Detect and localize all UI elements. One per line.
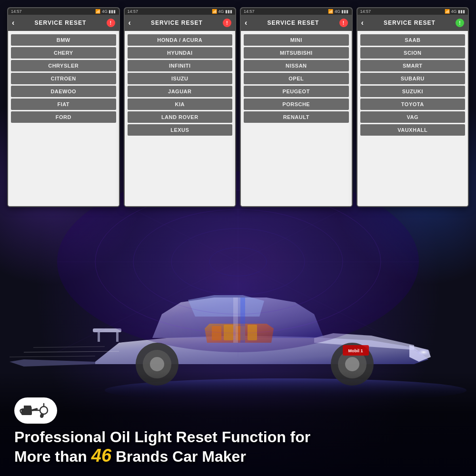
screens-container: 14:57 📶 4G ▮▮▮ ‹ SERVICE RESET ! BMW CHE… xyxy=(7,7,469,207)
screen-2: 14:57 📶 4G ▮▮▮ ‹ SERVICE RESET ! HONDA /… xyxy=(124,7,237,207)
status-bar-1: 14:57 📶 4G ▮▮▮ xyxy=(8,8,119,15)
menu-list-3: MINI MITSUBISHI NISSAN OPEL PEUGEOT PORS… xyxy=(241,31,352,126)
screen-4: 14:57 📶 4G ▮▮▮ ‹ SERVICE RESET ! SAAB SC… xyxy=(357,7,469,207)
menu-item-toyota[interactable]: TOYOTA xyxy=(360,99,466,110)
bottom-section: Professional Oil Light Reset Function fo… xyxy=(0,371,476,476)
header-title-4: SERVICE RESET xyxy=(364,20,456,26)
bottom-line2-suffix: Brands Car Maker xyxy=(111,448,246,465)
screen-body-2: HONDA / ACURA HYUNDAI INFINITI ISUZU JAG… xyxy=(125,31,236,206)
signal-4: 📶 4G ▮▮▮ xyxy=(445,9,465,14)
signal-1: 📶 4G ▮▮▮ xyxy=(95,9,116,14)
menu-item-subaru[interactable]: SUBARU xyxy=(360,73,466,84)
svg-point-17 xyxy=(150,357,164,371)
notification-icon-3: ! xyxy=(339,19,348,27)
menu-item-infiniti[interactable]: INFINITI xyxy=(128,60,233,71)
screen-body-4: SAAB SCION SMART SUBARU SUZUKI TOYOTA VA… xyxy=(357,31,468,206)
menu-item-opel[interactable]: OPEL xyxy=(244,73,349,84)
header-1: ‹ SERVICE RESET ! xyxy=(8,15,119,31)
menu-item-scion[interactable]: SCION xyxy=(360,47,466,59)
bottom-highlight: 46 xyxy=(91,446,111,466)
menu-item-kia[interactable]: KIA xyxy=(128,99,233,110)
screen-body-3: MINI MITSUBISHI NISSAN OPEL PEUGEOT PORS… xyxy=(241,31,352,206)
menu-list-1: BMW CHERY CHRYSLER CITROEN DAEWOO FIAT F… xyxy=(8,31,119,126)
header-title-1: SERVICE RESET xyxy=(14,20,106,26)
time-1: 14:57 xyxy=(11,9,22,14)
status-bar-3: 14:57 📶 4G ▮▮▮ xyxy=(241,8,352,15)
menu-item-lexus[interactable]: LEXUS xyxy=(128,124,233,136)
oil-icon-container xyxy=(14,397,57,424)
status-bar-4: 14:57 📶 4G ▮▮▮ xyxy=(357,8,468,15)
menu-item-chrysler[interactable]: CHRYSLER xyxy=(11,60,116,71)
notification-icon-1: ! xyxy=(107,19,115,27)
bottom-line2-prefix: More than xyxy=(14,448,91,465)
menu-item-renault[interactable]: RENAULT xyxy=(244,111,349,123)
menu-item-peugeot[interactable]: PEUGEOT xyxy=(244,86,349,97)
svg-point-33 xyxy=(40,407,48,414)
status-bar-2: 14:57 📶 4G ▮▮▮ xyxy=(125,8,236,15)
svg-rect-34 xyxy=(21,408,32,415)
menu-item-isuzu[interactable]: ISUZU xyxy=(128,73,233,84)
menu-item-citroen[interactable]: CITROEN xyxy=(11,73,116,84)
menu-item-smart[interactable]: SMART xyxy=(360,60,466,71)
time-4: 14:57 xyxy=(360,9,371,14)
menu-item-daewoo[interactable]: DAEWOO xyxy=(11,86,116,97)
screen-body-1: BMW CHERY CHRYSLER CITROEN DAEWOO FIAT F… xyxy=(8,31,119,206)
menu-item-mitsubishi[interactable]: MITSUBISHI xyxy=(244,47,349,59)
header-3: ‹ SERVICE RESET ! xyxy=(241,15,352,31)
menu-item-porsche[interactable]: PORSCHE xyxy=(244,99,349,110)
header-title-3: SERVICE RESET xyxy=(247,20,339,26)
svg-point-20 xyxy=(345,357,359,371)
bottom-line1: Professional Oil Light Reset Function fo… xyxy=(14,428,310,446)
menu-list-2: HONDA / ACURA HYUNDAI INFINITI ISUZU JAG… xyxy=(125,31,236,139)
menu-item-land-rover[interactable]: LAND ROVER xyxy=(128,111,233,123)
notification-icon-2: ! xyxy=(223,19,231,27)
menu-item-saab[interactable]: SAAB xyxy=(360,34,466,46)
header-2: ‹ SERVICE RESET ! xyxy=(125,15,236,31)
screen-3: 14:57 📶 4G ▮▮▮ ‹ SERVICE RESET ! MINI MI… xyxy=(240,7,353,207)
menu-item-suzuki[interactable]: SUZUKI xyxy=(360,86,466,97)
signal-2: 📶 4G ▮▮▮ xyxy=(212,9,232,14)
time-3: 14:57 xyxy=(244,9,255,14)
time-2: 14:57 xyxy=(128,9,139,14)
header-4: ‹ SERVICE RESET ! xyxy=(357,15,468,31)
signal-3: 📶 4G ▮▮▮ xyxy=(328,9,348,14)
menu-item-ford[interactable]: FORD xyxy=(11,111,116,123)
menu-item-hyundai[interactable]: HYUNDAI xyxy=(128,47,233,59)
menu-item-mini[interactable]: MINI xyxy=(244,34,349,46)
menu-list-4: SAAB SCION SMART SUBARU SUZUKI TOYOTA VA… xyxy=(357,31,468,139)
menu-item-honda[interactable]: HONDA / ACURA xyxy=(128,34,233,46)
notification-icon-4: ! xyxy=(456,19,464,27)
bottom-text: Professional Oil Light Reset Function fo… xyxy=(14,428,310,466)
menu-item-nissan[interactable]: NISSAN xyxy=(244,60,349,71)
menu-item-vag[interactable]: VAG xyxy=(360,111,466,123)
oil-icon xyxy=(14,397,57,424)
menu-item-bmw[interactable]: BMW xyxy=(11,34,116,46)
menu-item-chery[interactable]: CHERY xyxy=(11,47,116,59)
menu-item-fiat[interactable]: FIAT xyxy=(11,99,116,110)
header-title-2: SERVICE RESET xyxy=(131,20,223,26)
menu-item-vauxhall[interactable]: VAUXHALL xyxy=(360,124,466,136)
menu-item-jaguar[interactable]: JAGUAR xyxy=(128,86,233,97)
screen-1: 14:57 📶 4G ▮▮▮ ‹ SERVICE RESET ! BMW CHE… xyxy=(7,7,120,207)
